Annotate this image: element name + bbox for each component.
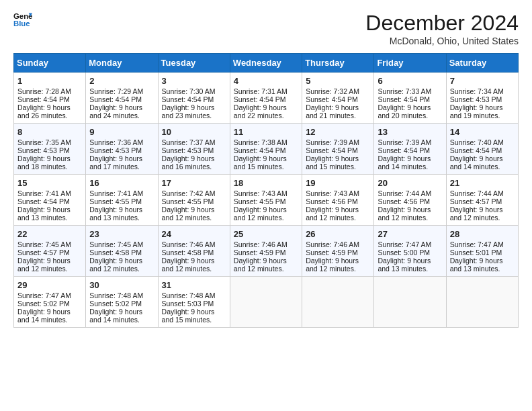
calendar-cell: 11Sunrise: 7:38 AMSunset: 4:54 PMDayligh… <box>230 124 302 175</box>
day-info-line: Daylight: 9 hours <box>234 103 298 111</box>
calendar-table: SundayMondayTuesdayWednesdayThursdayFrid… <box>13 53 519 328</box>
day-info-line: Sunrise: 7:41 AM <box>17 189 82 197</box>
calendar-cell <box>302 277 374 328</box>
day-info-line: Daylight: 9 hours <box>450 205 515 214</box>
day-number: 9 <box>89 127 154 137</box>
calendar-cell: 17Sunrise: 7:42 AMSunset: 4:55 PMDayligh… <box>158 175 230 226</box>
day-number: 17 <box>162 178 226 188</box>
day-info-line: Sunset: 4:54 PM <box>306 95 370 103</box>
day-info-line: Sunset: 4:56 PM <box>378 197 442 205</box>
calendar-cell: 3Sunrise: 7:30 AMSunset: 4:54 PMDaylight… <box>158 73 230 124</box>
calendar-cell: 26Sunrise: 7:46 AMSunset: 4:59 PMDayligh… <box>302 226 374 277</box>
day-info-line: Sunrise: 7:40 AM <box>450 138 515 146</box>
calendar-week-row: 8Sunrise: 7:35 AMSunset: 4:53 PMDaylight… <box>14 124 519 175</box>
calendar-cell: 13Sunrise: 7:39 AMSunset: 4:54 PMDayligh… <box>374 124 446 175</box>
calendar-cell: 15Sunrise: 7:41 AMSunset: 4:54 PMDayligh… <box>14 175 86 226</box>
day-info-line: Sunset: 4:59 PM <box>306 248 370 257</box>
day-info-line: and 15 minutes. <box>306 163 370 171</box>
day-info-line: Daylight: 9 hours <box>450 103 515 111</box>
day-info-line: Sunrise: 7:45 AM <box>89 240 154 248</box>
day-info-line: Daylight: 9 hours <box>306 205 370 214</box>
day-info-line: Sunrise: 7:44 AM <box>378 189 442 197</box>
calendar-cell: 18Sunrise: 7:43 AMSunset: 4:55 PMDayligh… <box>230 175 302 226</box>
day-info-line: and 12 minutes. <box>17 265 82 273</box>
weekday-header-tuesday: Tuesday <box>158 54 230 73</box>
day-info-line: Sunrise: 7:46 AM <box>234 240 298 248</box>
day-info-line: and 12 minutes. <box>450 214 515 222</box>
day-info-line: Daylight: 9 hours <box>89 154 154 163</box>
day-info-line: and 15 minutes. <box>162 316 226 324</box>
day-info-line: Sunrise: 7:47 AM <box>450 240 515 248</box>
calendar-cell: 10Sunrise: 7:37 AMSunset: 4:53 PMDayligh… <box>158 124 230 175</box>
title-block: December 2024 McDonald, Ohio, United Sta… <box>365 11 519 46</box>
day-info-line: Sunrise: 7:32 AM <box>306 87 370 95</box>
day-info-line: Sunset: 5:03 PM <box>162 300 226 308</box>
day-info-line: Sunrise: 7:28 AM <box>17 87 82 95</box>
day-info-line: Sunrise: 7:43 AM <box>306 189 370 197</box>
day-info-line: and 23 minutes. <box>162 111 226 120</box>
day-info-line: and 12 minutes. <box>306 214 370 222</box>
location-title: McDonald, Ohio, United States <box>365 36 519 46</box>
day-info-line: Sunrise: 7:46 AM <box>306 240 370 248</box>
day-info-line: Sunset: 4:54 PM <box>17 197 82 205</box>
weekday-header-sunday: Sunday <box>14 54 86 73</box>
day-info-line: Sunrise: 7:35 AM <box>17 138 82 146</box>
day-info-line: Sunrise: 7:48 AM <box>89 291 154 300</box>
calendar-cell: 25Sunrise: 7:46 AMSunset: 4:59 PMDayligh… <box>230 226 302 277</box>
calendar-cell: 19Sunrise: 7:43 AMSunset: 4:56 PMDayligh… <box>302 175 374 226</box>
day-info-line: Daylight: 9 hours <box>17 205 82 214</box>
calendar-cell: 31Sunrise: 7:48 AMSunset: 5:03 PMDayligh… <box>158 277 230 328</box>
day-info-line: Sunrise: 7:39 AM <box>378 138 442 146</box>
calendar-cell <box>446 277 518 328</box>
day-number: 2 <box>89 76 154 86</box>
day-info-line: Sunrise: 7:34 AM <box>450 87 515 95</box>
day-info-line: and 21 minutes. <box>306 111 370 120</box>
day-info-line: Sunset: 4:58 PM <box>162 248 226 257</box>
calendar-cell: 16Sunrise: 7:41 AMSunset: 4:55 PMDayligh… <box>86 175 158 226</box>
day-number: 25 <box>234 229 298 239</box>
day-number: 20 <box>378 178 442 188</box>
day-number: 30 <box>89 280 154 290</box>
calendar-week-row: 29Sunrise: 7:47 AMSunset: 5:02 PMDayligh… <box>14 277 519 328</box>
day-info-line: Sunset: 4:56 PM <box>306 197 370 205</box>
day-info-line: and 22 minutes. <box>234 111 298 120</box>
day-info-line: and 13 minutes. <box>378 265 442 273</box>
weekday-header-saturday: Saturday <box>446 54 518 73</box>
day-info-line: Daylight: 9 hours <box>162 103 226 111</box>
day-info-line: Daylight: 9 hours <box>234 205 298 214</box>
day-info-line: Daylight: 9 hours <box>89 308 154 316</box>
day-number: 10 <box>162 127 226 137</box>
day-info-line: and 20 minutes. <box>378 111 442 120</box>
day-info-line: Daylight: 9 hours <box>378 154 442 163</box>
weekday-header-monday: Monday <box>86 54 158 73</box>
day-number: 26 <box>306 229 370 239</box>
calendar-cell: 27Sunrise: 7:47 AMSunset: 5:00 PMDayligh… <box>374 226 446 277</box>
day-info-line: Sunrise: 7:29 AM <box>89 87 154 95</box>
day-info-line: Sunset: 5:02 PM <box>17 300 82 308</box>
day-info-line: and 12 minutes. <box>162 214 226 222</box>
calendar-cell: 24Sunrise: 7:46 AMSunset: 4:58 PMDayligh… <box>158 226 230 277</box>
day-info-line: Sunset: 4:58 PM <box>89 248 154 257</box>
day-info-line: Daylight: 9 hours <box>162 257 226 265</box>
calendar-cell: 7Sunrise: 7:34 AMSunset: 4:53 PMDaylight… <box>446 73 518 124</box>
day-info-line: Sunrise: 7:44 AM <box>450 189 515 197</box>
svg-text:Blue: Blue <box>13 19 30 28</box>
calendar-cell: 28Sunrise: 7:47 AMSunset: 5:01 PMDayligh… <box>446 226 518 277</box>
day-info-line: Sunset: 4:54 PM <box>162 95 226 103</box>
day-info-line: Sunset: 4:54 PM <box>378 95 442 103</box>
day-info-line: Sunset: 4:55 PM <box>162 197 226 205</box>
day-number: 1 <box>17 76 82 86</box>
day-info-line: Daylight: 9 hours <box>378 103 442 111</box>
day-info-line: and 12 minutes. <box>378 214 442 222</box>
day-info-line: Sunset: 4:53 PM <box>17 146 82 154</box>
day-info-line: Sunrise: 7:37 AM <box>162 138 226 146</box>
day-info-line: and 12 minutes. <box>89 265 154 273</box>
day-info-line: Daylight: 9 hours <box>234 154 298 163</box>
day-info-line: and 18 minutes. <box>17 163 82 171</box>
calendar-cell: 9Sunrise: 7:36 AMSunset: 4:53 PMDaylight… <box>86 124 158 175</box>
calendar-cell: 22Sunrise: 7:45 AMSunset: 4:57 PMDayligh… <box>14 226 86 277</box>
day-info-line: Sunrise: 7:42 AM <box>162 189 226 197</box>
day-info-line: Daylight: 9 hours <box>306 257 370 265</box>
day-info-line: and 12 minutes. <box>306 265 370 273</box>
weekday-header-wednesday: Wednesday <box>230 54 302 73</box>
